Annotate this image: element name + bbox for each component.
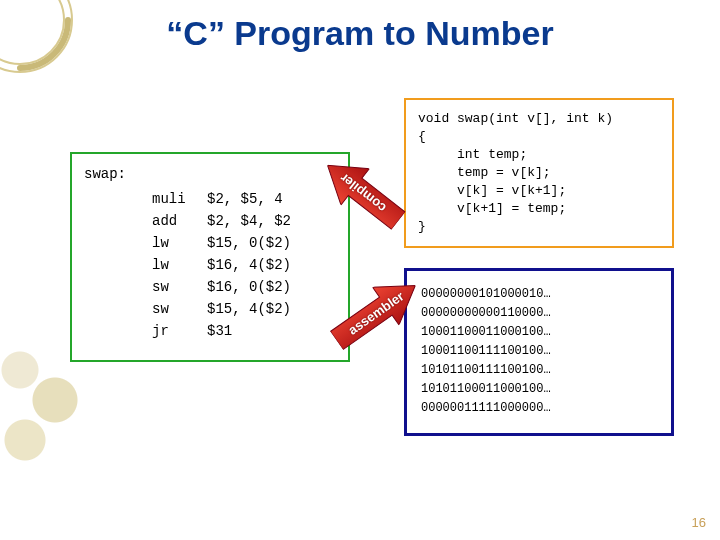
- asm-row: sw$15, 4($2): [152, 298, 291, 320]
- asm-row: add$2, $4, $2: [152, 210, 291, 232]
- slide-title: “C” Program to Number: [0, 14, 720, 53]
- asm-row: jr$31: [152, 320, 291, 342]
- leaf-ornament: [0, 340, 90, 540]
- asm-row: muli$2, $5, 4: [152, 188, 291, 210]
- asm-row: lw$16, 4($2): [152, 254, 291, 276]
- asm-label: swap:: [84, 166, 126, 182]
- c-source-box: void swap(int v[], int k) { int temp; te…: [404, 98, 674, 248]
- assembler-label: assembler: [345, 288, 406, 337]
- binary-box: 00000000101000010… 00000000000110000… 10…: [404, 268, 674, 436]
- asm-row: sw$16, 0($2): [152, 276, 291, 298]
- page-number: 16: [692, 515, 706, 530]
- asm-table: muli$2, $5, 4 add$2, $4, $2 lw$15, 0($2)…: [152, 188, 291, 342]
- assembly-box: swap: muli$2, $5, 4 add$2, $4, $2 lw$15,…: [70, 152, 350, 362]
- asm-row: lw$15, 0($2): [152, 232, 291, 254]
